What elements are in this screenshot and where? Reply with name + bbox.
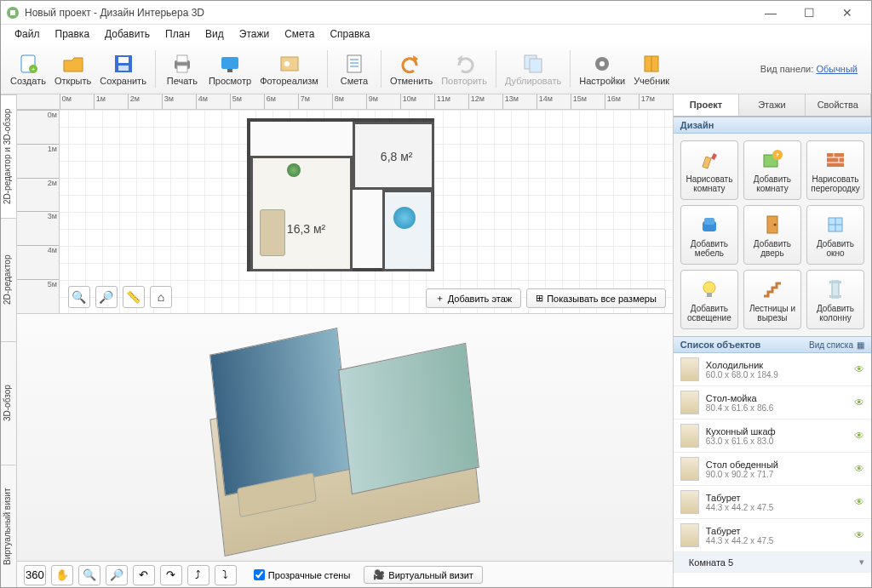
minimize-button[interactable]: — — [752, 1, 789, 25]
menu-view[interactable]: Вид — [198, 26, 231, 42]
maximize-button[interactable]: ☐ — [790, 1, 828, 25]
draw-partition-button[interactable]: Нарисовать перегородку — [806, 140, 864, 200]
printer-icon — [169, 52, 196, 76]
menu-estimate[interactable]: Смета — [278, 26, 321, 42]
print-button[interactable]: Печать — [160, 48, 204, 90]
add-window-button[interactable]: Добавить окно — [806, 205, 864, 265]
rotate-left-button[interactable]: ↶ — [133, 565, 155, 585]
tab-floors[interactable]: Этажи — [739, 94, 805, 116]
list-item[interactable]: Табурет44.3 x 44.2 x 47.5👁 — [674, 486, 871, 519]
visibility-toggle[interactable]: 👁 — [854, 496, 864, 508]
design-tools-grid: Нарисовать комнату +Добавить комнату Нар… — [674, 134, 871, 336]
preview-button[interactable]: Просмотр — [204, 48, 255, 90]
rotate-right-button[interactable]: ↷ — [160, 565, 182, 585]
menu-plan[interactable]: План — [158, 26, 197, 42]
visibility-toggle[interactable]: 👁 — [854, 430, 864, 442]
window-title: Новый проект - Дизайн Интерьера 3D — [25, 7, 752, 19]
plan-2d-viewport[interactable]: 0м1м2м3м4м5м 16,3 м² 6,8 м² 🔍 🔎 📏 ⌂ — [17, 110, 673, 314]
zoom-in-3d-button[interactable]: 🔎 — [106, 565, 128, 585]
rotate-360-button[interactable]: 360 — [24, 565, 46, 585]
tab-virtual[interactable]: Виртуальный визит — [1, 465, 16, 588]
visibility-toggle[interactable]: 👁 — [854, 529, 864, 541]
add-door-button[interactable]: Добавить дверь — [743, 205, 801, 265]
save-icon — [110, 52, 137, 76]
floor-plan[interactable]: 16,3 м² 6,8 м² — [247, 118, 434, 271]
visibility-toggle[interactable]: 👁 — [854, 463, 864, 475]
visibility-toggle[interactable]: 👁 — [854, 397, 864, 408]
zoom-in-button[interactable]: 🔎 — [95, 286, 118, 308]
show-all-dims-button[interactable]: ⊞Показывать все размеры — [526, 288, 666, 308]
visibility-toggle[interactable]: 👁 — [854, 363, 864, 375]
tilt-down-button[interactable]: ⤵ — [215, 565, 237, 585]
photoreal-button[interactable]: Фотореализм — [255, 48, 323, 90]
pencil-icon — [697, 148, 721, 172]
tab-properties[interactable]: Свойства — [806, 94, 871, 116]
create-button[interactable]: +Создать — [6, 48, 50, 90]
menu-floors[interactable]: Этажи — [232, 26, 276, 42]
transparent-walls-toggle[interactable]: Прозрачные стены — [254, 569, 350, 580]
object-thumb — [680, 490, 699, 514]
svg-rect-44 — [829, 295, 841, 298]
list-item[interactable]: Табурет44.3 x 44.2 x 47.5👁 — [674, 519, 871, 552]
undo-button[interactable]: Отменить — [386, 48, 437, 90]
menu-help[interactable]: Справка — [323, 26, 376, 42]
open-button[interactable]: Открыть — [50, 48, 95, 90]
room-2[interactable]: 6,8 м² — [353, 122, 434, 190]
view-3d-viewport[interactable] — [17, 314, 673, 561]
close-button[interactable]: ✕ — [829, 1, 866, 25]
list-view-toggle[interactable]: ▦ — [857, 340, 864, 350]
svg-text:+: + — [775, 151, 779, 159]
virtual-visit-button[interactable]: 🎥Виртуальный визит — [364, 566, 483, 584]
plant-object[interactable] — [287, 163, 301, 177]
menu-file[interactable]: Файл — [8, 26, 47, 42]
tab-3d[interactable]: 3D-обзор — [1, 341, 16, 465]
room-3[interactable] — [382, 190, 433, 271]
settings-button[interactable]: Настройки — [575, 48, 629, 90]
list-item[interactable]: Стол-мойка80.4 x 61.6 x 86.6👁 — [674, 386, 871, 420]
pan-button[interactable]: ✋ — [51, 565, 73, 585]
tab-project[interactable]: Проект — [674, 94, 739, 116]
duplicate-button[interactable]: Дублировать — [501, 48, 565, 90]
tilt-up-button[interactable]: ⤴ — [187, 565, 209, 585]
add-room-button[interactable]: +Добавить комнату — [743, 140, 801, 200]
list-item[interactable]: Комната 5▾ — [674, 552, 871, 573]
tab-2d[interactable]: 2D-редактор — [1, 218, 16, 341]
list-item[interactable]: Кухонный шкаф63.0 x 61.6 x 83.0👁 — [674, 420, 871, 453]
view-mode-tabs: 2D-редактор и 3D-обзор 2D-редактор 3D-об… — [1, 94, 17, 588]
tab-2d-3d[interactable]: 2D-редактор и 3D-обзор — [1, 94, 16, 218]
zoom-out-3d-button[interactable]: 🔍 — [78, 565, 100, 585]
add-lighting-button[interactable]: Добавить освещение — [680, 270, 738, 329]
room-1[interactable]: 16,3 м² — [250, 156, 353, 271]
panel-mode-link[interactable]: Обычный — [816, 64, 858, 74]
objects-list[interactable]: Холодильник60.0 x 68.0 x 184.9👁 Стол-мой… — [674, 353, 871, 588]
object-thumb — [680, 424, 699, 448]
estimate-button[interactable]: Смета — [332, 48, 376, 90]
tutorial-button[interactable]: Учебник — [629, 48, 674, 90]
object-thumb — [680, 391, 699, 414]
lightbulb-icon — [697, 277, 721, 301]
list-item[interactable]: Холодильник60.0 x 68.0 x 184.9👁 — [674, 353, 871, 386]
save-button[interactable]: Сохранить — [95, 48, 151, 90]
draw-room-button[interactable]: Нарисовать комнату — [680, 140, 738, 200]
menu-edit[interactable]: Правка — [49, 26, 97, 42]
add-column-button[interactable]: Добавить колонну — [806, 270, 864, 329]
document-list-icon — [341, 52, 368, 76]
stairs-cutouts-button[interactable]: Лестницы и вырезы — [743, 270, 801, 329]
home-view-button[interactable]: ⌂ — [150, 286, 172, 308]
panel-mode-selector: Вид панели: Обычный — [760, 64, 866, 74]
add-floor-button[interactable]: ＋Добавить этаж — [426, 288, 521, 308]
add-furniture-button[interactable]: Добавить мебель — [680, 205, 738, 265]
list-item[interactable]: Стол обеденный90.0 x 90.2 x 71.7👁 — [674, 453, 871, 486]
redo-button[interactable]: Повторить — [437, 48, 491, 90]
zoom-out-button[interactable]: 🔍 — [68, 286, 90, 308]
selected-object-handle[interactable] — [393, 207, 416, 229]
monitor-icon — [216, 52, 244, 76]
menu-add[interactable]: Добавить — [98, 26, 157, 42]
undo-icon — [398, 52, 425, 76]
svg-rect-28 — [827, 153, 844, 167]
measure-tool[interactable]: 📏 — [123, 286, 145, 308]
right-panel: Проект Этажи Свойства Дизайн Нарисовать … — [673, 94, 871, 588]
sofa-object[interactable] — [260, 209, 285, 256]
view-3d-toolbar: 360 ✋ 🔍 🔎 ↶ ↷ ⤴ ⤵ Прозрачные стены 🎥Вирт… — [17, 561, 673, 588]
objects-section-header: Список объектов Вид списка ▦ — [674, 336, 871, 353]
